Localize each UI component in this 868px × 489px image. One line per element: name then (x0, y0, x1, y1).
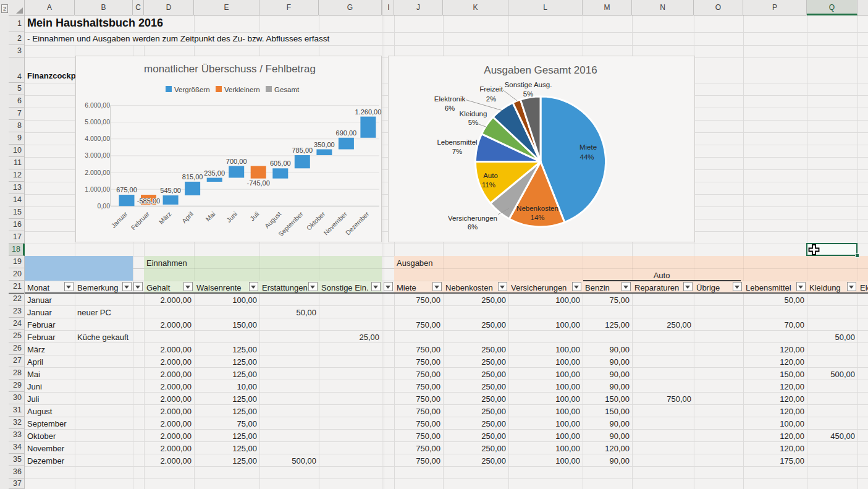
svg-text:14%: 14% (530, 214, 544, 221)
svg-text:44%: 44% (579, 153, 594, 161)
svg-text:Freizeit: Freizeit (479, 85, 504, 93)
svg-text:Miete: Miete (579, 143, 597, 151)
svg-text:Sonstige Ausg.: Sonstige Ausg. (505, 81, 552, 88)
svg-text:675,00: 675,00 (116, 186, 137, 193)
svg-text:2%: 2% (486, 95, 497, 103)
svg-text:Versicherungen: Versicherungen (448, 215, 497, 222)
svg-text:-745,00: -745,00 (247, 179, 270, 187)
svg-text:4.000,00: 4.000,00 (85, 135, 110, 142)
svg-text:1.000,00: 1.000,00 (85, 185, 110, 193)
svg-text:Ausgaben Gesamt 2016: Ausgaben Gesamt 2016 (484, 64, 597, 76)
svg-text:Elektronik: Elektronik (434, 95, 466, 103)
svg-text:6.000,00: 6.000,00 (85, 101, 110, 109)
svg-text:Verkleinern: Verkleinern (224, 86, 260, 93)
svg-text:690,00: 690,00 (336, 129, 357, 137)
svg-text:Auto: Auto (483, 172, 498, 179)
svg-text:700,00: 700,00 (226, 158, 247, 165)
svg-text:2.000,00: 2.000,00 (85, 169, 110, 176)
svg-text:3.000,00: 3.000,00 (85, 151, 110, 159)
svg-text:0,00: 0,00 (98, 202, 111, 210)
svg-text:11%: 11% (482, 181, 495, 189)
svg-text:6%: 6% (445, 104, 455, 112)
svg-text:5.000,00: 5.000,00 (85, 118, 110, 125)
svg-text:Gesamt: Gesamt (274, 86, 300, 93)
svg-text:Nebenkosten: Nebenkosten (516, 205, 558, 212)
svg-text:Lebensmittel: Lebensmittel (437, 138, 477, 146)
svg-text:Kleidung: Kleidung (460, 110, 487, 117)
svg-text:815,00: 815,00 (182, 173, 203, 181)
svg-text:1.260,00: 1.260,00 (355, 108, 381, 116)
svg-text:Vergrößern: Vergrößern (174, 86, 210, 93)
svg-text:7%: 7% (452, 148, 463, 155)
svg-text:350,00: 350,00 (314, 141, 335, 148)
svg-text:605,00: 605,00 (270, 159, 291, 167)
svg-text:785,00: 785,00 (292, 147, 313, 154)
svg-text:monatlicher Überschuss / Fehlb: monatlicher Überschuss / Fehlbetrag (144, 63, 316, 75)
svg-text:5%: 5% (468, 119, 479, 126)
svg-text:6%: 6% (468, 223, 478, 231)
svg-text:545,00: 545,00 (160, 187, 181, 194)
svg-text:5%: 5% (523, 90, 534, 98)
svg-text:235,00: 235,00 (204, 169, 225, 177)
svg-text:-585,00: -585,00 (137, 197, 160, 205)
